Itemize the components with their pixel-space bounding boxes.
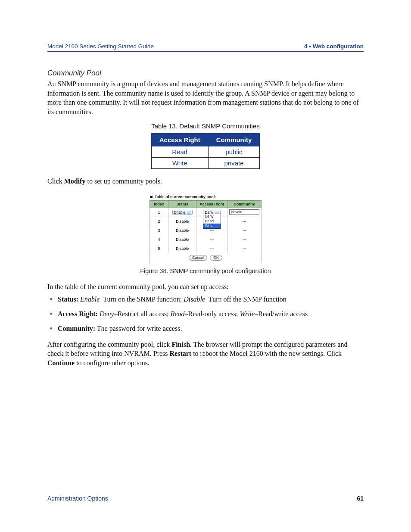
text: Click	[47, 177, 64, 185]
bullet-list: Status: Enable–Turn on the SNMP function…	[47, 294, 364, 334]
table-row: 1 Enable Deny Deny Read Write private	[150, 208, 262, 217]
running-header: Model 2160 Series Getting Started Guide …	[47, 43, 364, 52]
col-access: Access Right	[196, 200, 227, 208]
cell-status: Disable	[168, 235, 196, 244]
cancel-button[interactable]: Cancel	[189, 255, 207, 261]
dropdown-option[interactable]: Read	[203, 219, 221, 224]
text: to set up community pools.	[85, 177, 162, 185]
col-index: Index	[150, 200, 168, 208]
cell-community: public	[208, 146, 260, 158]
table-row: 4 Disable --- ---	[150, 235, 262, 244]
text: The password for write access.	[95, 325, 182, 332]
access-right-dropdown[interactable]: Deny Read Write	[203, 214, 221, 229]
cell-index: 2	[150, 217, 168, 226]
cell-access: ---	[196, 235, 227, 244]
cell-index: 1	[150, 208, 168, 217]
cell-community: ---	[227, 217, 262, 226]
community-pool-table: Index Status Access Right Community 1 En…	[149, 200, 262, 263]
continue-keyword: Continue	[47, 359, 75, 367]
page-number: 61	[357, 495, 364, 502]
finish-paragraph: After configuring the community pool, cl…	[47, 340, 364, 368]
section-heading: Community Pool	[47, 69, 364, 78]
community-input[interactable]: private	[229, 209, 259, 215]
cell-status: Disable	[168, 244, 196, 253]
table13-header-access: Access Right	[151, 134, 208, 146]
cell-access: ---	[196, 244, 227, 253]
table13: Access Right Community Read public Write…	[151, 133, 260, 169]
ok-button[interactable]: OK	[210, 255, 222, 261]
page: Model 2160 Series Getting Started Guide …	[0, 0, 411, 532]
intro-paragraph: An SNMP community is a group of devices …	[47, 79, 364, 116]
text: Enable–Turn on the SNMP function; Disabl…	[78, 296, 286, 303]
text: Deny–Restrict all access; Read–Read-only…	[98, 310, 308, 317]
table13-caption: Table 13. Default SNMP Communities	[47, 122, 364, 130]
cell-index: 3	[150, 226, 168, 235]
list-item: Status: Enable–Turn on the SNMP function…	[58, 294, 364, 305]
list-item: Access Right: Deny–Restrict all access; …	[58, 309, 364, 319]
list-item: Community: The password for write access…	[58, 324, 364, 334]
dropdown-option-selected[interactable]: Write	[203, 224, 221, 228]
table13-header-community: Community	[208, 134, 260, 146]
status-select[interactable]: Enable	[172, 210, 193, 215]
modify-instruction: Click Modify to set up community pools.	[47, 177, 364, 186]
cell-community: private	[208, 158, 260, 169]
cell-community: ---	[227, 226, 262, 235]
col-community: Community	[227, 200, 262, 208]
bullet-icon	[150, 196, 153, 198]
header-right: 4 • Web configuration	[304, 43, 364, 50]
button-row: Cancel OK	[150, 253, 262, 263]
figure-38: Table of current community pool: Index S…	[47, 192, 364, 263]
cell-index: 5	[150, 244, 168, 253]
running-footer: Administration Options 61	[47, 495, 364, 502]
cell-index: 4	[150, 235, 168, 244]
table-row: Write private	[151, 158, 260, 169]
cell-community: ---	[227, 235, 262, 244]
cell-community: ---	[227, 244, 262, 253]
col-status: Status	[168, 200, 196, 208]
restart-keyword: Restart	[170, 350, 192, 357]
modify-keyword: Modify	[64, 177, 86, 185]
figure-caption: Figure 38. SNMP community pool configura…	[47, 268, 364, 274]
cell-access: Write	[151, 158, 208, 169]
cell-status: Disable	[168, 226, 196, 235]
finish-keyword: Finish	[171, 341, 190, 348]
figure-title: Table of current community pool:	[150, 195, 262, 199]
header-left: Model 2160 Series Getting Started Guide	[47, 43, 154, 50]
table-row: 5 Disable --- ---	[150, 244, 262, 253]
access-intro: In the table of the current community po…	[47, 282, 364, 292]
table-row: Read public	[151, 146, 260, 158]
cell-status: Disable	[168, 217, 196, 226]
dropdown-option[interactable]: Deny	[203, 214, 221, 219]
footer-left: Administration Options	[47, 495, 108, 502]
cell-access: Read	[151, 146, 208, 158]
